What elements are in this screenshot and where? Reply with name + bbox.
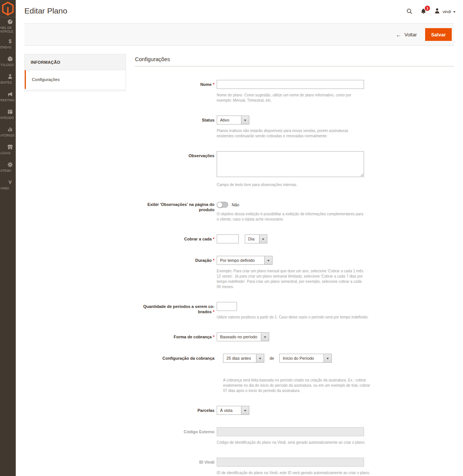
catalog-icon — [0, 56, 16, 62]
field-row-cobrar-a-cada: Cobrar a cada* Dia — [135, 234, 454, 243]
codigo-externo-note: Código de identificação do plano na Vind… — [217, 440, 366, 445]
notification-badge: 1 — [425, 6, 430, 11]
save-button[interactable]: Salvar — [425, 28, 452, 41]
notifications-button[interactable]: 1 — [420, 8, 427, 16]
field-row-configuracao-cobranca: Configuração da cobrança 25 dias antes d… — [135, 354, 454, 393]
chevron-down-icon — [241, 406, 249, 414]
header-actions: 1 vindi — [406, 0, 456, 23]
nome-input[interactable] — [217, 80, 364, 89]
observacoes-textarea[interactable] — [217, 151, 364, 177]
section-title: Configurações — [135, 56, 454, 66]
nome-label: Nome — [200, 82, 212, 87]
vindi-icon: V — [0, 179, 16, 185]
chevron-down-icon — [241, 116, 249, 124]
exibir-observacoes-note: O objetivo dessa exibição é possibilitar… — [217, 212, 364, 222]
search-button[interactable] — [406, 8, 413, 16]
chevron-down-icon — [259, 235, 267, 243]
exibir-observacoes-toggle[interactable] — [217, 202, 228, 208]
dashboard-icon — [0, 19, 16, 25]
field-row-quantidade-periodos: Quantidade de períodos a serem co- brado… — [135, 302, 454, 320]
parcelas-label: Parcelas — [198, 408, 214, 413]
duracao-select[interactable]: Por tempo definido — [217, 256, 273, 265]
svg-text:V: V — [9, 180, 12, 185]
nome-note: Nome do plano. Como sugestão, utilize um… — [217, 93, 364, 103]
field-row-forma-cobranca: Forma de cobrança* Baseado no período — [135, 332, 454, 341]
page-title: Editar Plano — [16, 0, 463, 15]
back-button[interactable]: ← Voltar — [396, 32, 417, 38]
id-vindi-note: ID de identificação do plano na Vindi, e… — [217, 470, 370, 476]
sidebar-item-relatorios[interactable]: ATÓRIOS — [0, 123, 16, 141]
sidebar-item-vindi[interactable]: V VINDI — [0, 176, 16, 194]
sidebar-item-marketing[interactable]: RKETING — [0, 88, 16, 105]
form-area: Configurações Nome* Nome do plano. Como … — [135, 54, 454, 476]
parcelas-select[interactable]: À vista — [217, 406, 249, 415]
forma-cobranca-label: Forma de cobrança — [174, 335, 211, 339]
reports-icon — [0, 126, 16, 132]
chevron-down-icon — [256, 354, 264, 362]
sidebar-item-conteudo[interactable]: NTEÚDO — [0, 105, 16, 123]
search-icon — [406, 8, 413, 16]
page-actions-bar: ← Voltar Salvar — [24, 23, 454, 46]
sidebar-item-catalogo[interactable]: TÁLOGO — [0, 53, 16, 70]
codigo-externo-label: Código Externo — [184, 429, 214, 434]
back-arrow-icon: ← — [396, 32, 402, 38]
user-menu[interactable]: vindi — [434, 8, 456, 15]
exibir-observacoes-value: Não — [232, 203, 239, 207]
duracao-label: Duração — [195, 258, 212, 263]
user-icon — [434, 8, 440, 15]
configuracao-cobranca-offset-value: 25 dias antes — [223, 354, 256, 362]
marketing-icon — [0, 91, 16, 97]
magento-logo[interactable] — [0, 0, 16, 17]
status-label: Status — [202, 118, 214, 122]
configuracao-cobranca-connector: de — [270, 356, 274, 360]
sidebar: NEL DE NTROLE $ ENDAS TÁLOGO IENTES — [0, 0, 16, 476]
info-panel: INFORMAÇÃO Configurações — [24, 54, 126, 91]
cobrar-a-cada-label: Cobrar a cada — [184, 237, 211, 241]
page: NEL DE NTROLE $ ENDAS TÁLOGO IENTES — [0, 0, 463, 476]
sidebar-item-label: NEL DE NTROLE — [0, 26, 16, 34]
forma-cobranca-select-value: Baseado no período — [217, 333, 261, 341]
sidebar-item-sistema[interactable]: STEMA — [0, 158, 16, 176]
tab-configuracoes[interactable]: Configurações — [25, 70, 126, 89]
observacoes-note: Campo de texto livre para observações in… — [217, 182, 364, 188]
sidebar-item-label: NTEÚDO — [0, 116, 16, 120]
chevron-down-icon — [324, 354, 331, 362]
sales-icon: $ — [0, 38, 16, 44]
status-note: Planos inativos não estarão disponíveis … — [217, 128, 364, 139]
quantidade-periodos-input[interactable] — [217, 302, 237, 311]
cobrar-a-cada-unit-select[interactable]: Dia — [245, 234, 267, 243]
id-vindi-label: ID Vindi — [199, 460, 214, 464]
magento-logo-icon — [1, 2, 14, 16]
sidebar-menu: NEL DE NTROLE $ ENDAS TÁLOGO IENTES — [0, 17, 16, 194]
sidebar-item-lojas[interactable]: LOJAS — [0, 141, 16, 158]
sidebar-item-painel-de-controle[interactable]: NEL DE NTROLE — [0, 17, 16, 35]
duracao-select-value: Por tempo definido — [217, 256, 264, 264]
app-header: Editar Plano 1 vindi — [16, 0, 463, 23]
sidebar-item-label: TÁLOGO — [0, 63, 16, 67]
configuracao-cobranca-label: Configuração da cobrança — [162, 356, 214, 360]
cobrar-a-cada-unit-value: Dia — [245, 235, 259, 243]
field-row-duracao: Duração* Por tempo definido Exemplo: Par… — [135, 256, 454, 290]
required-marker: * — [213, 309, 214, 314]
field-row-codigo-externo: Código Externo Código de identificação d… — [135, 427, 454, 445]
quantidade-periodos-note: Utilize valores positivos a partir de 1.… — [217, 315, 369, 320]
chevron-down-icon — [264, 256, 272, 264]
cobrar-a-cada-input[interactable] — [217, 234, 239, 243]
configuracao-cobranca-offset-select[interactable]: 25 dias antes — [223, 354, 264, 363]
configuracao-cobranca-ref-select[interactable]: Início do Período — [279, 354, 332, 363]
sidebar-item-label: STEMA — [0, 169, 16, 173]
stores-icon — [0, 144, 16, 150]
chevron-down-icon — [453, 11, 456, 14]
sidebar-item-label: ATÓRIOS — [0, 134, 16, 138]
chevron-down-icon — [261, 333, 269, 341]
field-row-nome: Nome* Nome do plano. Como sugestão, util… — [135, 80, 454, 103]
status-select-value: Ativo — [217, 116, 241, 124]
forma-cobranca-select[interactable]: Baseado no período — [217, 332, 269, 341]
sidebar-item-vendas[interactable]: $ ENDAS — [0, 35, 16, 53]
status-select[interactable]: Ativo — [217, 116, 249, 125]
configuracao-cobranca-note: A cobrança será feita baseada no período… — [223, 378, 370, 393]
required-marker: * — [213, 82, 214, 87]
sidebar-item-clientes[interactable]: IENTES — [0, 70, 16, 88]
toggle-knob — [217, 202, 223, 208]
required-marker: * — [213, 335, 214, 339]
